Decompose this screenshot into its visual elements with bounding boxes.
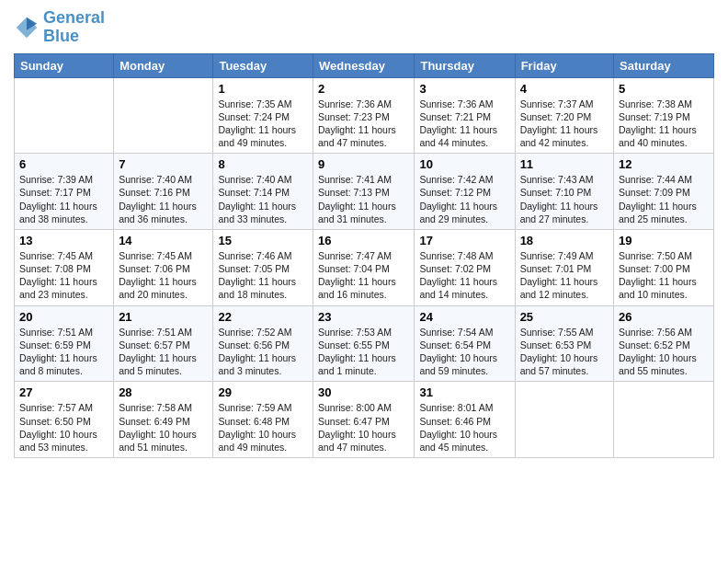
day-number: 22 — [218, 310, 308, 324]
cell-content: Sunrise: 7:40 AM Sunset: 7:14 PM Dayligh… — [218, 173, 308, 225]
calendar-cell: 24Sunrise: 7:54 AM Sunset: 6:54 PM Dayli… — [415, 305, 515, 382]
calendar-cell: 25Sunrise: 7:55 AM Sunset: 6:53 PM Dayli… — [515, 305, 613, 382]
day-number: 16 — [318, 234, 409, 247]
cell-content: Sunrise: 7:53 AM Sunset: 6:55 PM Dayligh… — [318, 326, 409, 378]
cell-content: Sunrise: 7:45 AM Sunset: 7:08 PM Dayligh… — [19, 249, 108, 302]
calendar-cell: 13Sunrise: 7:45 AM Sunset: 7:08 PM Dayli… — [15, 229, 114, 305]
logo: General Blue — [14, 9, 105, 46]
header-row: SundayMondayTuesdayWednesdayThursdayFrid… — [15, 53, 714, 77]
day-number: 7 — [119, 157, 208, 171]
cell-content: Sunrise: 7:54 AM Sunset: 6:54 PM Dayligh… — [419, 326, 509, 378]
cell-content: Sunrise: 7:56 AM Sunset: 6:52 PM Dayligh… — [619, 326, 709, 378]
calendar-cell: 11Sunrise: 7:43 AM Sunset: 7:10 PM Dayli… — [515, 154, 613, 230]
day-number: 25 — [520, 310, 609, 324]
day-header-sunday: Sunday — [15, 53, 114, 77]
calendar-cell: 8Sunrise: 7:40 AM Sunset: 7:14 PM Daylig… — [213, 154, 313, 230]
calendar-cell: 9Sunrise: 7:41 AM Sunset: 7:13 PM Daylig… — [313, 154, 415, 230]
day-number: 13 — [19, 234, 108, 247]
calendar-cell: 7Sunrise: 7:40 AM Sunset: 7:16 PM Daylig… — [114, 154, 213, 230]
calendar-cell: 27Sunrise: 7:57 AM Sunset: 6:50 PM Dayli… — [15, 382, 114, 458]
week-row-1: 1Sunrise: 7:35 AM Sunset: 7:24 PM Daylig… — [15, 77, 714, 154]
cell-content: Sunrise: 7:55 AM Sunset: 6:53 PM Dayligh… — [520, 326, 609, 378]
calendar-cell: 3Sunrise: 7:36 AM Sunset: 7:21 PM Daylig… — [415, 77, 515, 154]
calendar-cell: 26Sunrise: 7:56 AM Sunset: 6:52 PM Dayli… — [614, 305, 714, 382]
calendar-cell: 15Sunrise: 7:46 AM Sunset: 7:05 PM Dayli… — [213, 229, 313, 305]
calendar-cell — [15, 77, 114, 154]
day-number: 24 — [419, 310, 509, 324]
calendar-cell: 28Sunrise: 7:58 AM Sunset: 6:49 PM Dayli… — [114, 382, 213, 458]
calendar-cell — [114, 77, 213, 154]
day-number: 11 — [520, 157, 609, 171]
day-number: 17 — [419, 234, 509, 247]
calendar-cell — [614, 382, 714, 458]
logo-text: General Blue — [43, 9, 105, 46]
cell-content: Sunrise: 7:36 AM Sunset: 7:23 PM Dayligh… — [318, 98, 409, 150]
day-number: 9 — [318, 157, 409, 171]
day-number: 27 — [19, 385, 108, 399]
day-number: 19 — [619, 234, 709, 247]
cell-content: Sunrise: 7:38 AM Sunset: 7:19 PM Dayligh… — [619, 98, 709, 150]
cell-content: Sunrise: 7:51 AM Sunset: 6:57 PM Dayligh… — [119, 326, 208, 378]
cell-content: Sunrise: 7:43 AM Sunset: 7:10 PM Dayligh… — [520, 173, 609, 225]
calendar-cell: 16Sunrise: 7:47 AM Sunset: 7:04 PM Dayli… — [313, 229, 415, 305]
cell-content: Sunrise: 7:52 AM Sunset: 6:56 PM Dayligh… — [218, 326, 308, 378]
calendar-cell: 22Sunrise: 7:52 AM Sunset: 6:56 PM Dayli… — [213, 305, 313, 382]
calendar-cell: 14Sunrise: 7:45 AM Sunset: 7:06 PM Dayli… — [114, 229, 213, 305]
calendar-cell: 2Sunrise: 7:36 AM Sunset: 7:23 PM Daylig… — [313, 77, 415, 154]
week-row-2: 6Sunrise: 7:39 AM Sunset: 7:17 PM Daylig… — [15, 154, 714, 230]
logo-icon — [14, 15, 40, 40]
day-number: 28 — [119, 385, 208, 399]
day-number: 31 — [419, 385, 509, 399]
cell-content: Sunrise: 7:36 AM Sunset: 7:21 PM Dayligh… — [419, 98, 509, 150]
cell-content: Sunrise: 8:00 AM Sunset: 6:47 PM Dayligh… — [318, 401, 409, 454]
cell-content: Sunrise: 7:58 AM Sunset: 6:49 PM Dayligh… — [119, 401, 208, 454]
day-number: 10 — [419, 157, 509, 171]
day-number: 20 — [19, 310, 108, 324]
calendar-cell: 6Sunrise: 7:39 AM Sunset: 7:17 PM Daylig… — [15, 154, 114, 230]
day-number: 23 — [318, 310, 409, 324]
cell-content: Sunrise: 7:44 AM Sunset: 7:09 PM Dayligh… — [619, 173, 709, 225]
day-header-saturday: Saturday — [614, 53, 714, 77]
calendar-cell — [515, 382, 613, 458]
cell-content: Sunrise: 7:41 AM Sunset: 7:13 PM Dayligh… — [318, 173, 409, 225]
calendar-cell: 1Sunrise: 7:35 AM Sunset: 7:24 PM Daylig… — [213, 77, 313, 154]
calendar-cell: 23Sunrise: 7:53 AM Sunset: 6:55 PM Dayli… — [313, 305, 415, 382]
day-number: 21 — [119, 310, 208, 324]
day-number: 18 — [520, 234, 609, 247]
cell-content: Sunrise: 7:37 AM Sunset: 7:20 PM Dayligh… — [520, 98, 609, 150]
day-number: 6 — [19, 157, 108, 171]
cell-content: Sunrise: 7:39 AM Sunset: 7:17 PM Dayligh… — [19, 173, 108, 225]
calendar-cell: 18Sunrise: 7:49 AM Sunset: 7:01 PM Dayli… — [515, 229, 613, 305]
cell-content: Sunrise: 7:45 AM Sunset: 7:06 PM Dayligh… — [119, 249, 208, 302]
calendar-table: SundayMondayTuesdayWednesdayThursdayFrid… — [14, 53, 714, 458]
day-number: 14 — [119, 234, 208, 247]
calendar-cell: 4Sunrise: 7:37 AM Sunset: 7:20 PM Daylig… — [515, 77, 613, 154]
day-number: 5 — [619, 82, 709, 96]
week-row-5: 27Sunrise: 7:57 AM Sunset: 6:50 PM Dayli… — [15, 382, 714, 458]
calendar-cell: 29Sunrise: 7:59 AM Sunset: 6:48 PM Dayli… — [213, 382, 313, 458]
calendar-cell: 30Sunrise: 8:00 AM Sunset: 6:47 PM Dayli… — [313, 382, 415, 458]
day-number: 26 — [619, 310, 709, 324]
day-number: 30 — [318, 385, 409, 399]
calendar-cell: 20Sunrise: 7:51 AM Sunset: 6:59 PM Dayli… — [15, 305, 114, 382]
day-number: 8 — [218, 157, 308, 171]
day-number: 15 — [218, 234, 308, 247]
calendar-cell: 10Sunrise: 7:42 AM Sunset: 7:12 PM Dayli… — [415, 154, 515, 230]
cell-content: Sunrise: 7:48 AM Sunset: 7:02 PM Dayligh… — [419, 249, 509, 302]
calendar-cell: 21Sunrise: 7:51 AM Sunset: 6:57 PM Dayli… — [114, 305, 213, 382]
day-header-monday: Monday — [114, 53, 213, 77]
day-number: 3 — [419, 82, 509, 96]
day-header-wednesday: Wednesday — [313, 53, 415, 77]
cell-content: Sunrise: 7:42 AM Sunset: 7:12 PM Dayligh… — [419, 173, 509, 225]
calendar-cell: 19Sunrise: 7:50 AM Sunset: 7:00 PM Dayli… — [614, 229, 714, 305]
day-header-thursday: Thursday — [415, 53, 515, 77]
cell-content: Sunrise: 7:51 AM Sunset: 6:59 PM Dayligh… — [19, 326, 108, 378]
cell-content: Sunrise: 7:46 AM Sunset: 7:05 PM Dayligh… — [218, 249, 308, 302]
header: General Blue — [14, 9, 714, 46]
day-number: 1 — [218, 82, 308, 96]
cell-content: Sunrise: 7:50 AM Sunset: 7:00 PM Dayligh… — [619, 249, 709, 302]
calendar-cell: 12Sunrise: 7:44 AM Sunset: 7:09 PM Dayli… — [614, 154, 714, 230]
calendar-cell: 31Sunrise: 8:01 AM Sunset: 6:46 PM Dayli… — [415, 382, 515, 458]
cell-content: Sunrise: 7:35 AM Sunset: 7:24 PM Dayligh… — [218, 98, 308, 150]
cell-content: Sunrise: 7:59 AM Sunset: 6:48 PM Dayligh… — [218, 401, 308, 454]
